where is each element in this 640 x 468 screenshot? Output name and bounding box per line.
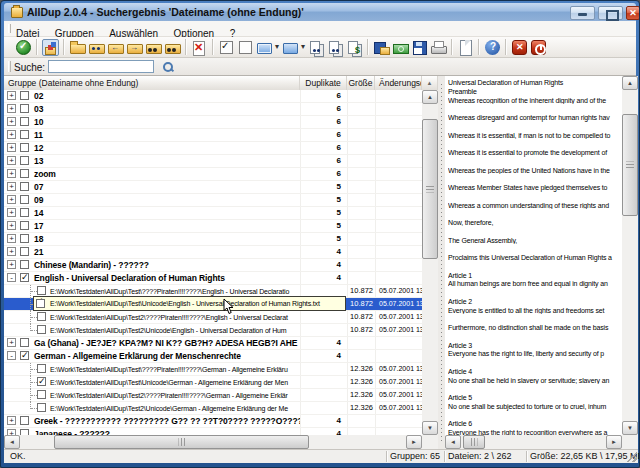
row-checkbox[interactable] bbox=[20, 130, 29, 139]
row-checkbox[interactable] bbox=[37, 325, 46, 334]
scroll-up-icon[interactable]: ▲ bbox=[422, 90, 438, 104]
expand-toggle[interactable]: + bbox=[7, 338, 16, 347]
separator[interactable] bbox=[505, 39, 507, 55]
scroll-left-icon[interactable]: ◄ bbox=[4, 435, 20, 449]
table-row[interactable]: + 21 4 bbox=[4, 246, 422, 259]
expand-toggle[interactable]: + bbox=[7, 117, 16, 126]
expand-toggle[interactable]: + bbox=[7, 429, 16, 435]
scroll-up-icon[interactable]: ▲ bbox=[622, 76, 638, 90]
row-checkbox[interactable] bbox=[37, 403, 46, 412]
table-row[interactable]: + 11 6 bbox=[4, 129, 422, 142]
scroll-right-icon[interactable]: ► bbox=[406, 435, 422, 449]
row-checkbox[interactable] bbox=[20, 195, 29, 204]
table-row[interactable]: + 07 5 bbox=[4, 181, 422, 194]
row-checkbox[interactable] bbox=[20, 234, 29, 243]
table-row[interactable]: + 12 6 bbox=[4, 142, 422, 155]
row-checkbox[interactable] bbox=[20, 247, 29, 256]
column-header-date[interactable]: Änderungsdat bbox=[375, 76, 422, 90]
row-checkbox[interactable] bbox=[37, 377, 46, 386]
sort-ascending-icon[interactable]: ▲ bbox=[422, 76, 438, 90]
row-checkbox[interactable] bbox=[20, 338, 29, 347]
title-bar[interactable]: AllDup 2.0.4 - Suchergebnis 'Dateiname (… bbox=[4, 3, 636, 21]
scroll-down-icon[interactable]: ▼ bbox=[422, 421, 438, 435]
separator[interactable] bbox=[367, 39, 369, 55]
table-row[interactable]: E:\Work\Testdaten\AllDup\Test2\Unicode\E… bbox=[4, 324, 422, 337]
select-all-icon[interactable] bbox=[218, 39, 235, 56]
table-row[interactable]: E:\Work\Testdaten\AllDup\Test\????Pirate… bbox=[4, 363, 422, 376]
row-checkbox[interactable] bbox=[20, 169, 29, 178]
expand-toggle[interactable]: + bbox=[7, 91, 16, 100]
table-row[interactable]: - German - Allgemeine Erklärung der Mens… bbox=[4, 350, 422, 363]
previous-group-icon[interactable] bbox=[107, 39, 124, 56]
row-checkbox[interactable] bbox=[37, 364, 46, 373]
expand-toggle[interactable]: + bbox=[7, 234, 16, 243]
open-folder-icon[interactable] bbox=[69, 39, 86, 56]
expand-toggle[interactable]: + bbox=[7, 156, 16, 165]
row-checkbox[interactable] bbox=[20, 273, 29, 282]
table-row[interactable]: + 17 5 bbox=[4, 220, 422, 233]
column-header-duplicates[interactable]: Duplikate bbox=[300, 76, 347, 90]
separator[interactable] bbox=[63, 39, 65, 55]
new-document-icon[interactable] bbox=[457, 39, 474, 56]
expand-toggle[interactable]: - bbox=[7, 273, 16, 282]
row-checkbox[interactable] bbox=[20, 260, 29, 269]
select-by-folder-dropdown-icon[interactable] bbox=[256, 39, 280, 56]
scroll-left-icon[interactable]: ◄ bbox=[445, 435, 461, 449]
list-horizontal-scroll-thumb[interactable] bbox=[54, 435, 309, 449]
folder-view-icon[interactable] bbox=[88, 39, 105, 56]
tooltip-checkbox[interactable] bbox=[36, 299, 45, 308]
separator[interactable] bbox=[36, 39, 38, 55]
maximize-button[interactable] bbox=[598, 6, 623, 20]
next-group-icon[interactable] bbox=[126, 39, 143, 56]
table-row[interactable]: + 10 6 bbox=[4, 116, 422, 129]
rename-files-icon[interactable] bbox=[346, 39, 363, 56]
deselect-by-folder-dropdown-icon[interactable] bbox=[282, 39, 306, 56]
row-checkbox[interactable] bbox=[20, 182, 29, 191]
expand-toggle[interactable]: + bbox=[7, 104, 16, 113]
table-row[interactable]: + 03 6 bbox=[4, 103, 422, 116]
minimize-button[interactable] bbox=[570, 6, 595, 20]
row-checkbox[interactable] bbox=[20, 117, 29, 126]
table-row[interactable]: E:\Work\Testdaten\AllDup\Test2\????Pirat… bbox=[4, 311, 422, 324]
table-row[interactable]: E:\Work\Testdaten\AllDup\Test2\Unicode\G… bbox=[4, 402, 422, 415]
row-checkbox[interactable] bbox=[20, 221, 29, 230]
row-checkbox[interactable] bbox=[20, 91, 29, 100]
deselect-all-icon[interactable] bbox=[237, 39, 254, 56]
close-button[interactable]: ✕ bbox=[626, 6, 640, 20]
expand-toggle[interactable]: + bbox=[7, 182, 16, 191]
search-results-icon[interactable] bbox=[42, 39, 59, 56]
table-row[interactable]: + 09 5 bbox=[4, 194, 422, 207]
delete-files-icon[interactable] bbox=[191, 39, 208, 56]
print-icon[interactable] bbox=[430, 39, 447, 56]
expand-toggle[interactable]: + bbox=[7, 169, 16, 178]
expand-toggle[interactable]: + bbox=[7, 416, 16, 425]
preview-horizontal-scroll-thumb[interactable] bbox=[463, 435, 485, 449]
expand-toggle[interactable]: - bbox=[7, 351, 16, 360]
row-checkbox[interactable] bbox=[20, 104, 29, 113]
table-row[interactable]: + 18 5 bbox=[4, 233, 422, 246]
table-row[interactable]: E:\Work\Testdaten\AllDup\Test2\????Pirat… bbox=[4, 389, 422, 402]
search-icon[interactable] bbox=[162, 61, 174, 73]
row-checkbox[interactable] bbox=[37, 286, 46, 295]
search-files-2-icon[interactable] bbox=[327, 39, 344, 56]
scro ll-right-icon[interactable]: ► bbox=[606, 435, 622, 449]
row-checkbox[interactable] bbox=[20, 143, 29, 152]
expand-toggle[interactable]: + bbox=[7, 130, 16, 139]
help-icon[interactable] bbox=[484, 39, 501, 56]
search-input[interactable] bbox=[48, 60, 154, 73]
close-results-icon[interactable] bbox=[511, 39, 528, 56]
row-checkbox[interactable] bbox=[37, 390, 46, 399]
table-row[interactable]: - English - Universal Declaration of Hum… bbox=[4, 272, 422, 285]
table-row[interactable]: + Chinese (Mandarin) - ?????? 4 bbox=[4, 259, 422, 272]
export-icon[interactable] bbox=[373, 39, 390, 56]
table-row[interactable]: + zoom 6 bbox=[4, 168, 422, 181]
separator[interactable] bbox=[212, 39, 214, 55]
table-row[interactable]: + Ga (Ghana) - JE?JE? KPA?M? NI K?? GB?H… bbox=[4, 337, 422, 350]
expand-toggle[interactable]: + bbox=[7, 143, 16, 152]
expand-toggle[interactable]: + bbox=[7, 195, 16, 204]
folder-binoculars-icon[interactable] bbox=[145, 39, 162, 56]
row-checkbox[interactable] bbox=[20, 416, 29, 425]
row-checkbox[interactable] bbox=[37, 312, 46, 321]
expand-toggle[interactable]: + bbox=[7, 221, 16, 230]
save-icon[interactable] bbox=[411, 39, 428, 56]
